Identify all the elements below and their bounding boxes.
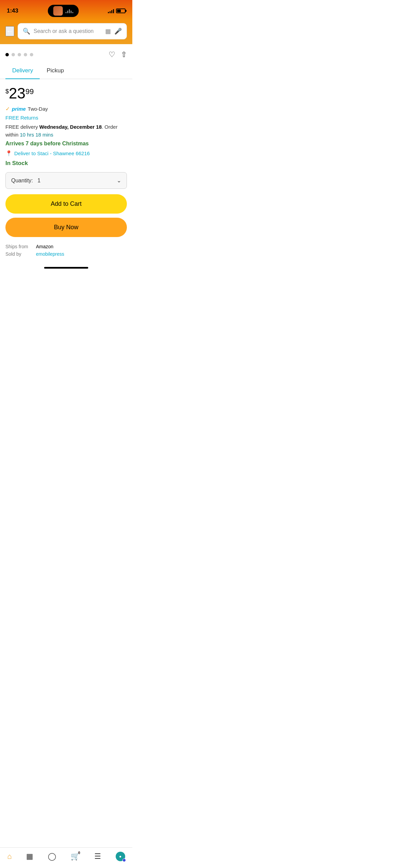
status-time: 1:43 <box>7 7 18 14</box>
quantity-label: Quantity: 1 <box>11 178 40 184</box>
tab-delivery[interactable]: Delivery <box>5 62 40 79</box>
tab-pickup[interactable]: Pickup <box>40 62 71 79</box>
quantity-value: 1 <box>37 178 40 183</box>
carousel-dots <box>5 53 33 56</box>
price-cents: 99 <box>25 87 34 96</box>
seller-info: Ships from Amazon Sold by emobilepress <box>0 244 132 264</box>
wishlist-button[interactable]: ♡ <box>109 50 115 59</box>
avatar <box>53 6 63 16</box>
sold-by-value[interactable]: emobilepress <box>36 251 64 257</box>
prime-row: ✓ prime Two-Day <box>5 106 127 112</box>
home-indicator-area <box>0 264 132 271</box>
carousel-dot-5[interactable] <box>30 53 33 56</box>
deliver-to-text: Deliver to Staci - Shawnee 66216 <box>14 150 90 156</box>
search-input[interactable]: Search or ask a question <box>34 28 102 34</box>
main-content: ♡ ⇧ Delivery Pickup $ 23 99 ✓ prime Two-… <box>0 44 132 264</box>
carousel-actions: ♡ ⇧ <box>109 50 127 59</box>
search-icon: 🔍 <box>23 28 30 35</box>
back-button[interactable]: ← <box>5 26 14 36</box>
search-icons: ▦ 🎤 <box>105 28 122 35</box>
add-to-cart-button[interactable]: Add to Cart <box>5 194 127 214</box>
battery-icon <box>116 8 126 13</box>
home-indicator <box>44 267 88 269</box>
christmas-message: Arrives 7 days before Christmas <box>5 141 127 147</box>
sold-by-label: Sold by <box>5 251 36 257</box>
header: ← 🔍 Search or ask a question ▦ 🎤 <box>0 20 132 44</box>
delivery-tabs: Delivery Pickup <box>0 62 132 79</box>
prime-label: prime <box>12 106 26 112</box>
search-bar[interactable]: 🔍 Search or ask a question ▦ 🎤 <box>18 23 127 39</box>
sold-by-row: Sold by emobilepress <box>5 251 127 257</box>
battery-fill <box>117 10 121 12</box>
signal-bars <box>108 8 114 13</box>
carousel-dot-2[interactable] <box>12 53 15 56</box>
price-dollar-sign: $ <box>5 88 9 95</box>
deliver-to-link[interactable]: 📍 Deliver to Staci - Shawnee 66216 <box>5 150 127 157</box>
audio-indicator <box>65 8 73 13</box>
location-icon: 📍 <box>5 150 12 157</box>
status-right <box>108 8 126 13</box>
delivery-text: FREE delivery Wednesday, December 18. Or… <box>5 123 127 139</box>
price-area: $ 23 99 <box>5 86 127 101</box>
ships-from-value: Amazon <box>36 244 53 249</box>
camera-search-icon[interactable]: ▦ <box>105 28 111 35</box>
product-info: $ 23 99 ✓ prime Two-Day FREE Returns FRE… <box>0 79 132 244</box>
ships-from-label: Ships from <box>5 244 36 249</box>
price-main: 23 <box>9 86 25 101</box>
chevron-down-icon: ⌄ <box>117 177 121 184</box>
carousel-dot-3[interactable] <box>18 53 21 56</box>
free-returns-link[interactable]: FREE Returns <box>5 115 127 121</box>
dynamic-island <box>48 5 79 17</box>
prime-twoday: Two-Day <box>28 106 48 112</box>
carousel-dot-4[interactable] <box>24 53 27 56</box>
share-button[interactable]: ⇧ <box>121 50 127 59</box>
prime-check-icon: ✓ <box>5 106 10 112</box>
status-bar: 1:43 <box>0 0 132 20</box>
stock-status: In Stock <box>5 160 127 167</box>
delivery-date: Wednesday, December 18 <box>39 124 102 130</box>
microphone-icon[interactable]: 🎤 <box>114 28 122 35</box>
carousel-dot-1[interactable] <box>5 53 9 56</box>
delivery-countdown: 10 hrs 18 mins <box>20 132 53 138</box>
buy-now-button[interactable]: Buy Now <box>5 218 127 237</box>
ships-from-row: Ships from Amazon <box>5 244 127 249</box>
quantity-selector[interactable]: Quantity: 1 ⌄ <box>5 172 127 189</box>
carousel-area: ♡ ⇧ <box>0 44 132 62</box>
delivery-text-before: FREE delivery <box>5 124 39 130</box>
